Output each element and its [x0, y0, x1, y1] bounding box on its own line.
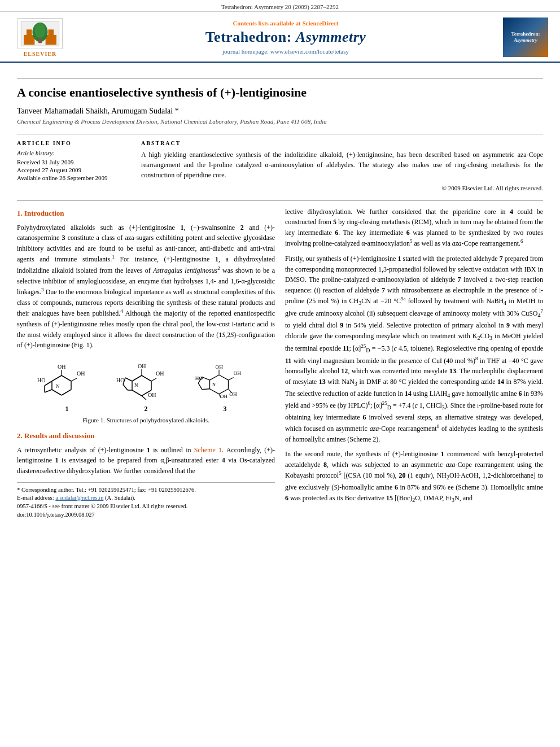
svg-line-16 [45, 390, 52, 392]
received-date: Received 31 July 2009 [17, 159, 130, 165]
svg-line-25 [132, 375, 142, 381]
article-affiliation: Chemical Engineering & Process Developme… [17, 118, 543, 125]
journal-title: Tetrahedron: Asymmetry [71, 29, 500, 46]
svg-rect-1 [24, 34, 34, 44]
footnote-section: * Corresponding author. Tel.: +91 020259… [17, 482, 275, 519]
article-title: A concise enantioselective synthesis of … [17, 85, 543, 101]
svg-line-29 [132, 390, 142, 396]
elsevier-label: ELSEVIER [24, 51, 57, 57]
structure-1-number: 1 [65, 405, 69, 413]
svg-line-44 [219, 375, 229, 380]
svg-text:OH: OH [58, 364, 65, 370]
available-date: Available online 26 September 2009 [17, 174, 130, 181]
right-logo-text: Tetrahedron:Asymmetry [511, 31, 540, 43]
sciencedirect-link-text[interactable]: ScienceDirect [302, 20, 338, 27]
copyright-line: © 2009 Elsevier Ltd. All rights reserved… [141, 185, 543, 191]
authors-text: Tanveer Mahamadali Shaikh, Arumugam Suda… [17, 107, 179, 115]
journal-homepage[interactable]: journal homepage: www.elsevier.com/locat… [71, 48, 500, 55]
svg-text:N: N [134, 382, 138, 388]
journal-right-logo: Tetrahedron:Asymmetry [500, 18, 551, 57]
svg-line-13 [62, 390, 71, 395]
svg-rect-3 [46, 34, 56, 44]
journal-header-text: Tetrahedron: Asymmetry 20 (2009) 2287–22… [221, 3, 339, 10]
article-info-abstract: ARTICLE INFO Article history: Received 3… [17, 140, 543, 191]
article-authors: Tanveer Mahamadali Shaikh, Arumugam Suda… [17, 107, 543, 116]
article-info-title: ARTICLE INFO [17, 140, 130, 146]
structure-2-number: 2 [145, 405, 148, 413]
svg-text:HO: HO [195, 375, 203, 381]
svg-line-33 [123, 385, 128, 390]
svg-line-26 [142, 375, 151, 381]
svg-text:N: N [56, 383, 60, 389]
figure-structures: HO OH [17, 359, 275, 413]
svg-line-60 [228, 377, 233, 380]
svg-line-14 [52, 390, 62, 395]
svg-line-18 [45, 381, 52, 386]
svg-line-22 [71, 378, 77, 381]
figure-1-area: HO OH [17, 359, 275, 423]
svg-line-11 [62, 375, 71, 381]
structure-1: HO OH [36, 359, 98, 413]
sciencedirect-prefix: Contents lists available at [233, 20, 303, 27]
svg-point-6 [34, 23, 45, 38]
svg-text:OH: OH [156, 370, 164, 377]
svg-text:HO: HO [37, 377, 45, 383]
structure-3-number: 3 [224, 405, 227, 413]
svg-line-50 [202, 377, 209, 380]
svg-line-10 [52, 375, 62, 381]
intro-paragraph: Polyhydroxylated alkaloids such as (+)-l… [17, 222, 275, 351]
svg-line-53 [202, 388, 209, 389]
svg-text:OH: OH [233, 370, 241, 376]
elsevier-logo-img [18, 18, 63, 49]
svg-line-40 [151, 378, 156, 381]
info-abstract-divider [17, 134, 543, 134]
page-container: Tetrahedron: Asymmetry 20 (2009) 2287–22… [0, 0, 560, 747]
footnote-star: * Corresponding author. Tel.: +91 020259… [17, 486, 275, 495]
svg-rect-2 [27, 29, 32, 36]
structure-1-svg: HO OH [36, 359, 98, 404]
structure-3-svg: HO OH N [194, 359, 256, 404]
right-column: lective dihydroxylation. We further cons… [285, 207, 543, 519]
results-paragraph-right-1: lective dihydroxylation. We further cons… [285, 207, 543, 249]
accepted-date: Accepted 27 August 2009 [17, 167, 130, 173]
right-logo-box: Tetrahedron:Asymmetry [503, 18, 548, 57]
abstract-title: ABSTRACT [141, 140, 543, 146]
footer-doi: doi:10.1016/j.tetasy.2009.08.027 [17, 511, 275, 519]
title-divider-top [17, 78, 543, 79]
svg-text:OH: OH [229, 391, 237, 396]
svg-line-31 [125, 378, 132, 381]
results-paragraph-right-3: In the second route, the synthesis of (+… [285, 449, 543, 505]
results-heading: 2. Results and discussion [17, 431, 275, 440]
journal-title-part2: Asymmetry [296, 29, 366, 45]
svg-text:OH: OH [77, 370, 85, 377]
figure-1-caption: Figure 1. Structures of polyhydroxylated… [17, 417, 275, 423]
journal-center: Contents lists available at ScienceDirec… [71, 20, 500, 55]
article-abstract-box: ABSTRACT A high yielding enantioselectiv… [141, 140, 543, 191]
article-content: A concise enantioselective synthesis of … [0, 63, 560, 530]
results-paragraph-1: A retrosynthetic analysis of (+)-lentigi… [17, 445, 275, 477]
journal-title-part1: Tetrahedron: [205, 29, 296, 45]
svg-line-52 [198, 383, 202, 389]
svg-text:OH: OH [138, 363, 146, 369]
sciencedirect-line: Contents lists available at ScienceDirec… [71, 20, 500, 27]
svg-text:OH: OH [220, 394, 228, 399]
footnote-email[interactable]: a.sudalai@ncl.res.in [55, 495, 103, 501]
svg-line-39 [142, 396, 146, 400]
structure-3: HO OH N [194, 359, 256, 413]
structure-2-svg: HO OH [115, 359, 177, 404]
body-divider [17, 200, 543, 201]
svg-rect-4 [48, 29, 54, 36]
left-column: 1. Introduction Polyhydroxylated alkaloi… [17, 207, 275, 519]
svg-text:OH: OH [215, 364, 223, 370]
footnote-email-line: E-mail address: a.sudalai@ncl.res.in (A.… [17, 494, 275, 503]
journal-header: ELSEVIER Contents lists available at Sci… [0, 12, 560, 63]
article-info-box: ARTICLE INFO Article history: Received 3… [17, 140, 130, 191]
footnote-email-name: (A. Sudalai). [105, 495, 135, 501]
svg-line-43 [209, 375, 219, 380]
journal-top-bar: Tetrahedron: Asymmetry 20 (2009) 2287–22… [0, 0, 560, 12]
elsevier-logo: ELSEVIER [9, 18, 71, 57]
svg-text:N: N [212, 382, 216, 387]
svg-rect-7 [38, 37, 42, 43]
svg-text:HO: HO [116, 377, 124, 383]
intro-heading: 1. Introduction [17, 209, 275, 218]
